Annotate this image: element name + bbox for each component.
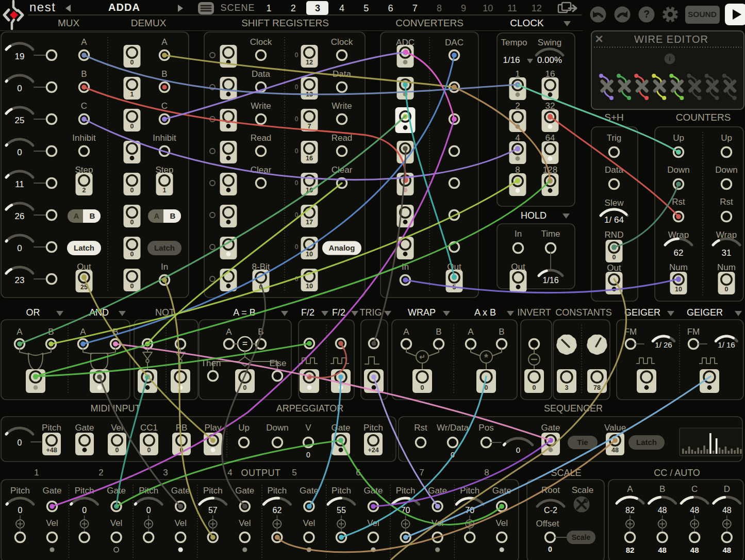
svg-text:i: i [669,55,671,62]
svg-text:Scale: Scale [572,533,591,541]
svg-text:Data: Data [333,69,351,79]
svg-text:4: 4 [227,468,232,477]
svg-text:0: 0 [17,243,22,253]
svg-text:*: * [484,352,488,363]
svg-text:Vel: Vel [46,518,58,528]
svg-text:48: 48 [658,546,667,554]
svg-text:Rst: Rst [672,197,685,207]
svg-text:0: 0 [130,283,134,290]
svg-text:0: 0 [295,116,299,123]
svg-text:82: 82 [626,546,635,554]
svg-text:Vel: Vel [303,518,316,528]
svg-text:A: A [16,327,23,337]
svg-text:0: 0 [612,254,616,261]
svg-text:A: A [80,327,86,337]
svg-text:ARPEGGIATOR: ARPEGGIATOR [276,403,343,414]
svg-text:SCENE: SCENE [220,3,255,13]
svg-text:9: 9 [461,3,466,13]
svg-text:Gate: Gate [43,486,62,496]
svg-text:CONSTANTS: CONSTANTS [555,307,612,318]
svg-text:Vel: Vel [239,518,251,528]
svg-text:10: 10 [483,3,493,13]
svg-text:Rst: Rst [720,197,733,207]
svg-text:Analog: Analog [329,243,355,252]
svg-text:A: A [403,327,409,337]
svg-text:B: B [436,327,441,337]
svg-text:5: 5 [292,468,296,477]
svg-text:0: 0 [146,506,151,515]
svg-text:Latch: Latch [154,243,175,252]
svg-text:1: 1 [34,468,39,477]
svg-text:MUX: MUX [58,18,80,28]
svg-text:Gate: Gate [364,486,383,496]
svg-text:Down: Down [266,423,288,433]
svg-text:Num: Num [717,262,736,272]
svg-text:A: A [81,37,87,47]
svg-text:11: 11 [15,179,24,189]
svg-text:S+H: S+H [604,112,624,123]
svg-text:Write: Write [251,101,271,111]
svg-text:Out: Out [607,263,621,273]
svg-text:HOLD: HOLD [521,210,547,221]
svg-text:SEQUENCER: SEQUENCER [544,403,603,414]
svg-text:7: 7 [308,123,311,130]
svg-text:0: 0 [295,179,299,187]
svg-text:Clock: Clock [250,37,272,47]
svg-text:?: ? [643,8,650,20]
svg-text:Gate: Gate [492,486,511,496]
svg-text:Pitch: Pitch [396,486,416,496]
svg-text:CC / AUTO: CC / AUTO [654,468,700,478]
svg-text:=: = [242,339,247,349]
svg-text:Else: Else [269,358,286,368]
svg-text:Pitch: Pitch [42,423,61,433]
svg-text:Up: Up [721,133,732,143]
svg-text:DAC: DAC [445,38,463,47]
svg-text:SHIFT REGISTERS: SHIFT REGISTERS [241,18,329,28]
svg-text:Up: Up [238,423,250,433]
svg-text:0: 0 [18,438,22,447]
svg-text:4: 4 [339,3,344,13]
svg-text:Gate: Gate [332,423,351,433]
svg-text:25: 25 [15,116,25,125]
svg-text:B: B [170,211,176,220]
svg-text:Gate: Gate [171,486,190,496]
svg-text:B: B [161,69,167,79]
svg-text:GEIGER: GEIGER [687,307,723,318]
svg-text:C: C [691,484,698,494]
svg-text:12: 12 [306,59,313,66]
svg-text:5: 5 [363,3,369,13]
svg-text:3: 3 [315,3,320,13]
svg-text:0: 0 [130,59,134,66]
svg-text:48: 48 [690,546,699,554]
svg-text:CLOCK: CLOCK [510,18,544,28]
svg-text:55: 55 [337,506,346,515]
svg-text:OUTPUT: OUTPUT [241,468,281,478]
svg-text:Down: Down [667,165,689,175]
svg-text:Gate: Gate [75,423,94,433]
svg-text:Vel: Vel [110,518,123,528]
svg-text:COUNTERS: COUNTERS [676,112,731,123]
svg-text:31: 31 [722,248,732,258]
svg-text:Down: Down [715,165,737,175]
svg-text:Gate: Gate [107,486,126,496]
svg-text:11: 11 [507,3,517,13]
svg-text:F/2: F/2 [301,307,314,318]
svg-text:0: 0 [130,187,134,194]
svg-text:Inhibit: Inhibit [72,133,96,143]
svg-text:V: V [305,423,311,433]
svg-text:0: 0 [130,123,134,130]
svg-text:0: 0 [295,52,299,59]
svg-text:RND: RND [605,230,624,240]
svg-text:Pos: Pos [478,423,493,433]
svg-text:In: In [515,229,522,239]
svg-text:1/ 64: 1/ 64 [604,215,624,225]
svg-text:62: 62 [273,506,282,515]
svg-text:Swing: Swing [538,38,561,47]
svg-text:2: 2 [291,3,296,13]
svg-text:0: 0 [516,446,520,454]
svg-text:Offset: Offset [536,519,559,529]
svg-text:82: 82 [625,506,635,515]
svg-text:48: 48 [722,506,732,515]
svg-text:Num: Num [669,262,688,272]
svg-text:0: 0 [17,147,22,157]
